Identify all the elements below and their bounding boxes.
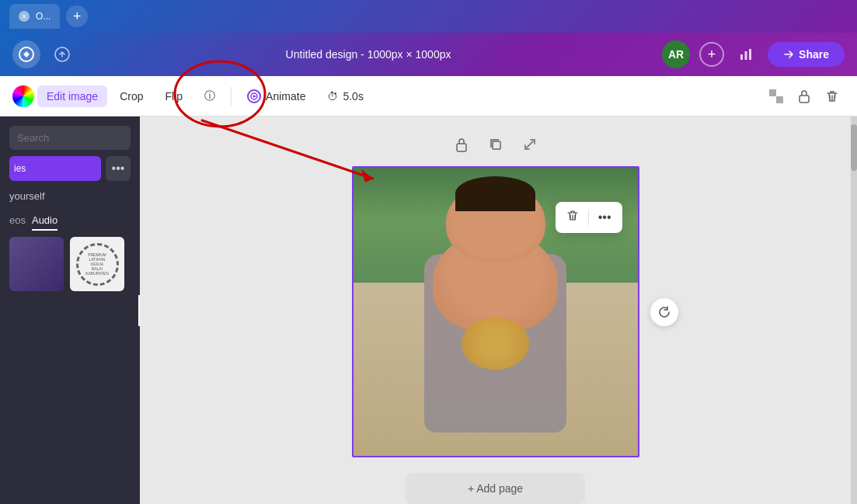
content-area: ies ••• yourself eos Audio PREMIUMLATIHA…	[0, 116, 857, 504]
svg-rect-7	[769, 89, 776, 96]
svg-rect-2	[740, 54, 743, 60]
rotate-button[interactable]	[650, 298, 678, 326]
sidebar-tab-videos[interactable]: eos	[9, 211, 26, 231]
browser-tab[interactable]: × O...	[9, 4, 60, 29]
app-logo	[12, 40, 40, 68]
sidebar-tab-audio[interactable]: Audio	[32, 211, 57, 231]
canvas-lock-button[interactable]	[449, 132, 474, 157]
lock-button[interactable]	[792, 84, 817, 109]
image-context-menu: •••	[556, 202, 622, 233]
svg-rect-8	[776, 96, 783, 103]
document-title: Untitled design - 1000px × 1000px	[84, 48, 653, 61]
edit-image-button[interactable]: Edit image	[37, 85, 107, 107]
svg-rect-4	[749, 49, 751, 60]
svg-rect-3	[745, 51, 747, 60]
canvas-frame[interactable]: •••	[352, 166, 639, 457]
sidebar: ies ••• yourself eos Audio PREMIUMLATIHA…	[0, 116, 140, 504]
upload-button[interactable]	[50, 42, 75, 67]
top-nav: Untitled design - 1000px × 1000px AR + S…	[0, 33, 857, 76]
svg-rect-13	[493, 141, 500, 149]
sidebar-section-button[interactable]: ies	[9, 156, 101, 181]
delete-button[interactable]	[820, 84, 845, 109]
thumbnail-1[interactable]	[9, 237, 64, 291]
canvas-expand-button[interactable]	[517, 132, 542, 157]
sidebar-more-button[interactable]: •••	[106, 156, 131, 181]
color-wheel[interactable]	[12, 85, 34, 107]
duration-button[interactable]: ⏱ 5.0s	[318, 85, 372, 107]
new-tab-button[interactable]: +	[66, 5, 88, 27]
scrollbar[interactable]	[851, 116, 857, 504]
context-more-button[interactable]: •••	[595, 207, 615, 228]
flip-button[interactable]: Flip	[156, 85, 193, 107]
svg-rect-10	[769, 96, 776, 103]
add-collaborator-button[interactable]: +	[699, 42, 724, 67]
svg-rect-11	[800, 96, 809, 103]
svg-rect-9	[776, 89, 783, 96]
sidebar-collapse-button[interactable]: ‹	[138, 295, 140, 326]
sidebar-yourself-label: yourself	[9, 187, 131, 205]
canvas-area[interactable]: ••• + Add page	[140, 116, 851, 504]
animate-button[interactable]: Animate	[238, 85, 315, 108]
tab-close-icon[interactable]: ×	[19, 11, 30, 22]
thumbnail-stamp[interactable]: PREMIUMLATIHANKERJABALAIKABUPATEN	[70, 237, 124, 291]
canvas-top-controls	[449, 132, 542, 157]
search-input[interactable]	[9, 126, 131, 150]
canvas-copy-button[interactable]	[483, 132, 508, 157]
share-button[interactable]: Share	[768, 42, 845, 67]
toolbar: Edit image Crop Flip ⓘ Animate ⏱ 5.0s	[0, 76, 857, 116]
context-divider	[588, 210, 589, 225]
sidebar-tabs: eos Audio	[9, 211, 131, 231]
sidebar-thumbnails: PREMIUMLATIHANKERJABALAIKABUPATEN	[9, 237, 131, 291]
app-container: Untitled design - 1000px × 1000px AR + S…	[0, 33, 857, 504]
timer-icon: ⏱	[327, 90, 338, 103]
tab-title: O...	[36, 11, 51, 22]
svg-rect-12	[457, 144, 466, 151]
context-delete-button[interactable]	[563, 207, 582, 228]
analytics-button[interactable]	[733, 42, 758, 67]
info-icon: ⓘ	[204, 89, 215, 103]
animate-icon	[247, 89, 261, 103]
sidebar-section: ies •••	[9, 156, 131, 181]
crop-button[interactable]: Crop	[110, 85, 152, 107]
browser-chrome: × O... +	[0, 0, 857, 33]
canvas-wrapper: •••	[352, 166, 639, 457]
stamp-circle: PREMIUMLATIHANKERJABALAIKABUPATEN	[76, 243, 119, 286]
toolbar-divider	[231, 87, 232, 106]
checkerboard-button[interactable]	[764, 84, 789, 109]
svg-marker-6	[253, 95, 256, 98]
info-button[interactable]: ⓘ	[195, 85, 225, 108]
add-page-button[interactable]: + Add page	[406, 473, 585, 504]
user-avatar[interactable]: AR	[662, 40, 690, 68]
scrollbar-thumb[interactable]	[851, 124, 857, 171]
